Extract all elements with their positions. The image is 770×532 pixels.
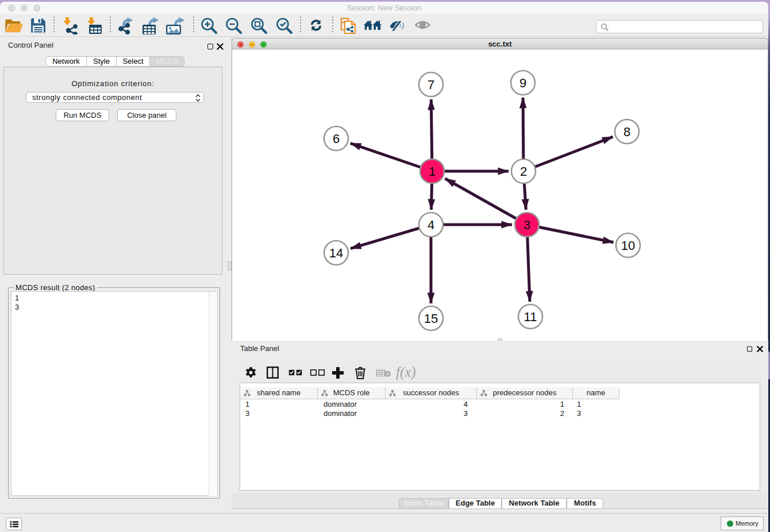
svg-text:6: 6 bbox=[333, 132, 340, 146]
svg-text:11: 11 bbox=[524, 310, 537, 324]
svg-text:8: 8 bbox=[623, 125, 630, 139]
svg-text:4: 4 bbox=[428, 218, 434, 232]
svg-text:3: 3 bbox=[523, 218, 530, 232]
svg-text:15: 15 bbox=[424, 311, 438, 326]
svg-text:1: 1 bbox=[429, 164, 436, 179]
svg-text:2: 2 bbox=[520, 164, 527, 179]
svg-text:10: 10 bbox=[621, 238, 635, 253]
svg-text:14: 14 bbox=[329, 246, 343, 260]
svg-text:7: 7 bbox=[428, 78, 434, 92]
svg-text:9: 9 bbox=[519, 76, 526, 90]
